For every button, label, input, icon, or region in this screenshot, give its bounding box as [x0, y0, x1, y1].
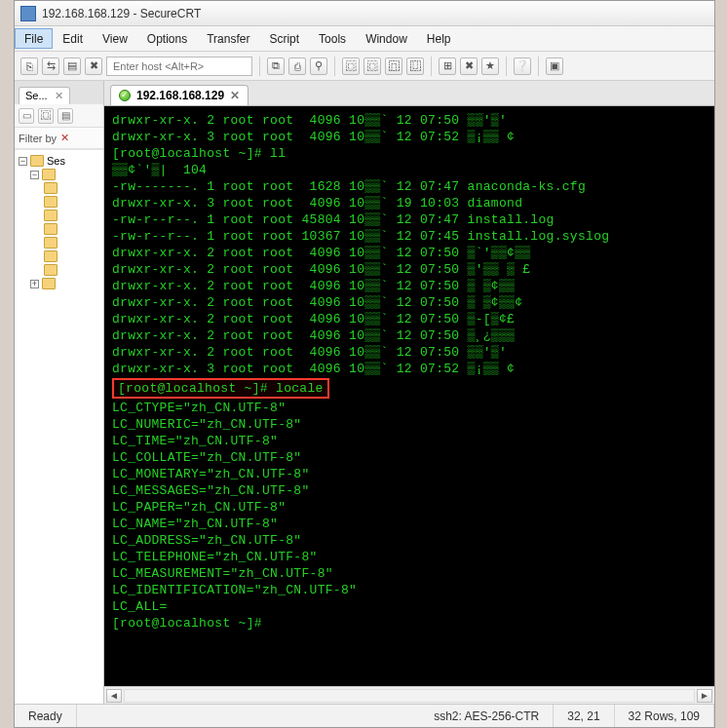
tree-item[interactable]: [17, 263, 101, 277]
toolbar-separator: [259, 57, 260, 76]
terminal-line: LC_ALL=: [112, 598, 707, 615]
tree-item[interactable]: [17, 195, 101, 209]
tree-item[interactable]: [17, 222, 101, 236]
session-tab[interactable]: 192.168.168.129 ✕: [110, 85, 249, 105]
sidebar-ico-1[interactable]: ▭: [19, 108, 34, 124]
toolbar-btn-options[interactable]: ⊞: [439, 57, 456, 75]
terminal-line: -rw-r--r--. 1 root root 10367 10▒▒` 12 0…: [112, 228, 707, 245]
menu-window[interactable]: Window: [356, 26, 417, 51]
menu-edit[interactable]: Edit: [53, 26, 93, 51]
status-cipher: ssh2: AES-256-CTR: [420, 705, 554, 727]
statusbar: Ready ssh2: AES-256-CTR 32, 21 32 Rows, …: [15, 704, 714, 727]
sidebar-ico-3[interactable]: ▤: [57, 108, 73, 124]
status-cursor: 32, 21: [554, 705, 614, 727]
status-ready: Ready: [15, 705, 77, 727]
terminal-line: drwxr-xr-x. 3 root root 4096 10▒▒` 12 07…: [112, 129, 707, 145]
menu-options[interactable]: Options: [137, 26, 197, 51]
menubar: File Edit View Options Transfer Script T…: [15, 26, 714, 52]
terminal-line: LC_PAPER="zh_CN.UTF-8": [112, 499, 707, 516]
toolbar-btn-b[interactable]: ⿴: [364, 57, 381, 75]
scroll-left-icon[interactable]: ◄: [106, 689, 122, 703]
sidebar-tabbar: Se... ✕: [15, 81, 103, 104]
terminal-line: LC_COLLATE="zh_CN.UTF-8": [112, 449, 707, 466]
toolbar-btn-disconnect[interactable]: ✖: [85, 57, 102, 75]
session-tabbar: 192.168.168.129 ✕: [104, 81, 714, 106]
toolbar-btn-copy[interactable]: ⧉: [267, 57, 285, 75]
expander-icon[interactable]: −: [30, 171, 39, 179]
terminal-line: [root@localhost ~]# ll: [112, 145, 707, 162]
window-title: 192.168.168.129 - SecureCRT: [42, 7, 201, 20]
terminal-line: LC_CTYPE="zh_CN.UTF-8": [112, 400, 707, 416]
sidebar-filter: Filter by ✕: [15, 128, 103, 149]
toolbar-btn-last[interactable]: ▣: [546, 57, 563, 75]
filter-close-icon[interactable]: ✕: [60, 132, 69, 144]
toolbar-separator: [431, 57, 432, 76]
folder-icon: [44, 223, 57, 235]
terminal-line: drwxr-xr-x. 2 root root 4096 10▒▒` 12 07…: [112, 278, 707, 294]
menu-script[interactable]: Script: [259, 26, 309, 51]
tree-root-label: Ses: [47, 155, 65, 167]
menu-view[interactable]: View: [93, 26, 137, 51]
scroll-track[interactable]: [124, 689, 695, 703]
content-area: Se... ✕ ▭ ⿴ ▤ Filter by ✕ − Ses: [15, 81, 714, 704]
expander-icon[interactable]: +: [30, 280, 39, 288]
folder-icon: [44, 196, 57, 208]
sidebar-ico-2[interactable]: ⿴: [38, 108, 54, 124]
tree-item[interactable]: [17, 249, 101, 263]
terminal-line-highlighted: [root@localhost ~]# locale: [112, 377, 707, 400]
session-tree[interactable]: − Ses −: [15, 149, 103, 704]
folder-icon: [44, 264, 57, 276]
toolbar-separator: [334, 57, 335, 76]
terminal-line: ▒▒¢`'▒| 104: [112, 162, 707, 178]
folder-icon: [44, 250, 57, 262]
terminal-line: -rw-r--r--. 1 root root 45804 10▒▒` 12 0…: [112, 211, 707, 228]
sidebar-toolbar: ▭ ⿴ ▤: [15, 104, 103, 128]
terminal-line: LC_MONETARY="zh_CN.UTF-8": [112, 466, 707, 482]
main-area: 192.168.168.129 ✕ drwxr-xr-x. 2 root roo…: [104, 81, 714, 704]
host-input[interactable]: [106, 57, 252, 76]
expander-icon[interactable]: −: [19, 157, 27, 166]
terminal-line: LC_MEASUREMENT="zh_CN.UTF-8": [112, 565, 707, 582]
sidebar-tab-label: Se...: [25, 90, 48, 101]
folder-icon: [44, 210, 57, 221]
toolbar-btn-quickconnect[interactable]: ⇆: [42, 57, 59, 75]
tree-item[interactable]: +: [17, 277, 101, 290]
menu-file[interactable]: File: [15, 28, 53, 49]
application-window: 192.168.168.129 - SecureCRT File Edit Vi…: [14, 0, 715, 728]
menu-transfer[interactable]: Transfer: [197, 26, 259, 51]
toolbar-btn-tools-icon[interactable]: ✖: [460, 57, 478, 75]
toolbar-btn-paste[interactable]: ⎙: [288, 57, 306, 75]
menu-tools[interactable]: Tools: [309, 26, 356, 51]
terminal-line: drwxr-xr-x. 3 root root 4096 10▒▒` 19 10…: [112, 195, 707, 211]
tree-root[interactable]: − Ses: [17, 154, 101, 168]
tree-item[interactable]: [17, 236, 101, 249]
horizontal-scrollbar[interactable]: ◄ ►: [104, 686, 714, 704]
tree-item[interactable]: [17, 209, 101, 222]
folder-icon: [42, 169, 56, 180]
toolbar-btn-d[interactable]: ⿶: [406, 57, 424, 75]
scroll-right-icon[interactable]: ►: [697, 689, 712, 703]
sidebar-tab-close-icon[interactable]: ✕: [55, 90, 63, 101]
toolbar-btn-help-icon[interactable]: ❔: [514, 57, 531, 75]
toolbar-btn-find[interactable]: ⚲: [310, 57, 327, 75]
toolbar-separator: [538, 57, 539, 76]
toolbar-btn-c[interactable]: ⿵: [385, 57, 402, 75]
status-size: 32 Rows, 109: [615, 705, 714, 727]
titlebar[interactable]: 192.168.168.129 - SecureCRT: [15, 1, 714, 26]
toolbar-btn-sessions[interactable]: ▤: [63, 57, 81, 75]
terminal-line: drwxr-xr-x. 2 root root 4096 10▒▒` 12 07…: [112, 245, 707, 261]
toolbar-btn-connect[interactable]: ⎘: [20, 57, 38, 75]
toolbar-btn-a[interactable]: ⿴: [342, 57, 360, 75]
terminal-prompt: [root@localhost ~]#: [112, 615, 707, 632]
filter-label: Filter by: [19, 133, 57, 144]
session-tab-label: 192.168.168.129: [136, 89, 224, 102]
tab-close-icon[interactable]: ✕: [230, 89, 240, 102]
sidebar-tab-sessions[interactable]: Se... ✕: [19, 87, 70, 104]
toolbar-btn-star[interactable]: ★: [481, 57, 499, 75]
menu-help[interactable]: Help: [417, 26, 461, 51]
tree-item[interactable]: [17, 181, 101, 195]
terminal-output[interactable]: drwxr-xr-x. 2 root root 4096 10▒▒` 12 07…: [104, 106, 714, 686]
tree-item[interactable]: −: [17, 168, 101, 181]
terminal-line: -rw-------. 1 root root 1628 10▒▒` 12 07…: [112, 178, 707, 195]
terminal-line: LC_NUMERIC="zh_CN.UTF-8": [112, 416, 707, 433]
